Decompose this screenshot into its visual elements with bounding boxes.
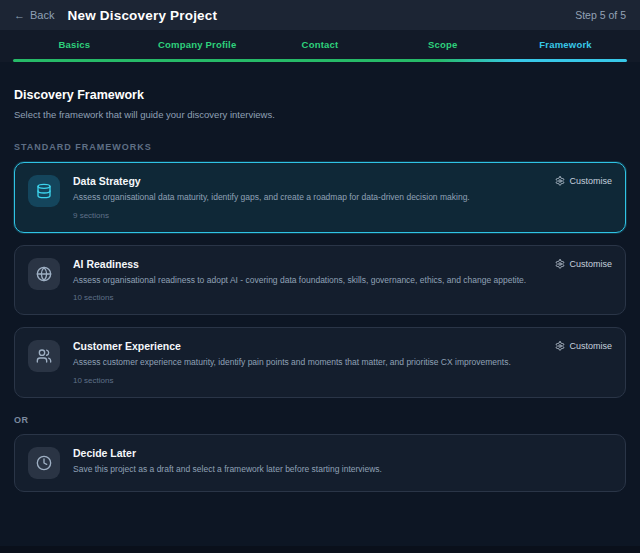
section-subtitle: Select the framework that will guide you…	[14, 109, 626, 120]
header: ← Back New Discovery Project Step 5 of 5	[0, 0, 640, 30]
decide-later-description: Save this project as a draft and select …	[73, 463, 612, 477]
framework-card-customer-experience[interactable]: Customer Experience Customise Assess cus…	[14, 327, 626, 398]
framework-name: AI Readiness	[73, 258, 139, 270]
new-discovery-project-screen: ← Back New Discovery Project Step 5 of 5…	[0, 0, 640, 553]
framework-card-ai-readiness[interactable]: AI Readiness Customise Assess organisati…	[14, 245, 626, 316]
decide-later-title: Decide Later	[73, 447, 136, 459]
framework-sections-count: 9 sections	[73, 211, 612, 220]
database-icon	[28, 175, 60, 207]
tab-contact[interactable]: Contact	[259, 39, 382, 50]
customise-button[interactable]: Customise	[555, 259, 612, 269]
group-label: STANDARD FRAMEWORKS	[14, 142, 626, 152]
or-divider-label: OR	[14, 415, 626, 425]
step-indicator: Step 5 of 5	[575, 9, 626, 21]
gear-icon	[555, 341, 565, 351]
customise-button[interactable]: Customise	[555, 341, 612, 351]
page-title: New Discovery Project	[67, 8, 217, 23]
framework-card-data-strategy[interactable]: Data Strategy Customise Assess organisat…	[14, 162, 626, 233]
users-icon	[28, 340, 60, 372]
framework-sections-count: 10 sections	[73, 293, 612, 302]
tab-scope[interactable]: Scope	[381, 39, 504, 50]
footer-bar	[0, 546, 640, 553]
customise-button[interactable]: Customise	[555, 176, 612, 186]
section-title: Discovery Framework	[14, 88, 626, 102]
framework-description: Assess customer experience maturity, ide…	[73, 356, 612, 370]
gear-icon	[555, 176, 565, 186]
framework-step-content: Discovery Framework Select the framework…	[0, 62, 640, 553]
tab-framework[interactable]: Framework	[504, 39, 627, 50]
customise-label: Customise	[569, 176, 612, 186]
arrow-left-icon: ←	[14, 9, 25, 21]
back-label: Back	[30, 9, 54, 21]
customise-label: Customise	[569, 259, 612, 269]
back-button[interactable]: ← Back	[14, 9, 54, 21]
decide-later-card[interactable]: Decide Later Save this project as a draf…	[14, 434, 626, 492]
framework-name: Data Strategy	[73, 175, 141, 187]
framework-description: Assess organisational data maturity, ide…	[73, 191, 612, 205]
tab-bar: Basics Company Profile Contact Scope Fra…	[0, 30, 640, 62]
gear-icon	[555, 259, 565, 269]
framework-sections-count: 10 sections	[73, 376, 612, 385]
customise-label: Customise	[569, 341, 612, 351]
tab-basics[interactable]: Basics	[13, 39, 136, 50]
clock-icon	[28, 447, 60, 479]
framework-description: Assess organisational readiness to adopt…	[73, 274, 612, 288]
globe-icon	[28, 258, 60, 290]
framework-name: Customer Experience	[73, 340, 181, 352]
tab-company-profile[interactable]: Company Profile	[136, 39, 259, 50]
